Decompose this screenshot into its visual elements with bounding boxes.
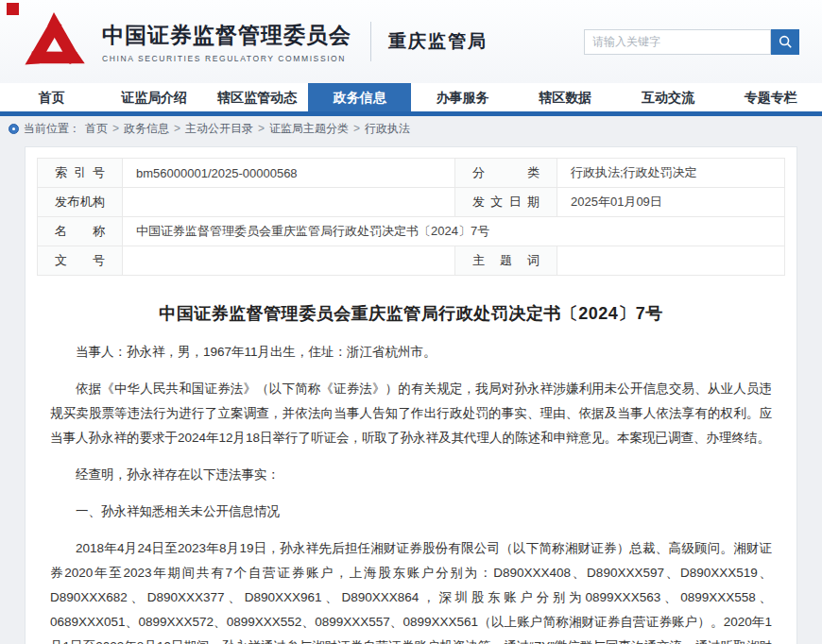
breadcrumb-item-administrative-enforcement[interactable]: 行政执法 — [365, 121, 410, 137]
nav-item-home[interactable]: 首页 — [0, 83, 103, 111]
search-icon — [778, 34, 793, 49]
search-button[interactable] — [771, 29, 799, 55]
meta-value-index-number: bm56000001/2025-00000568 — [123, 159, 455, 188]
meta-label-name: 名 称 — [38, 217, 123, 246]
meta-value-issuing-agency — [123, 188, 455, 217]
meta-value-subject-words — [557, 246, 785, 276]
meta-value-issue-date: 2025年01月09日 — [557, 188, 785, 217]
meta-label-issue-date: 发文日期 — [455, 188, 557, 217]
meta-row-docno-subject: 文 号 主 题 词 — [38, 246, 785, 276]
breadcrumb-item-topic-category[interactable]: 证监局主题分类 — [269, 121, 349, 137]
nav-item-special-topics[interactable]: 专题专栏 — [719, 83, 822, 111]
bureau-name: 重庆监管局 — [388, 29, 488, 54]
nav-item-bureau-intro[interactable]: 证监局介绍 — [103, 83, 206, 111]
nav-item-services[interactable]: 办事服务 — [411, 83, 514, 111]
paragraph-findings-intro: 经查明，孙永祥存在以下违法事实： — [50, 463, 772, 487]
meta-row-issuer-date: 发布机构 发文日期 2025年01月09日 — [38, 188, 785, 217]
nav-item-government-info[interactable]: 政务信息 — [308, 83, 411, 111]
csrc-logo-icon — [15, 8, 93, 79]
breadcrumb-item-disclosure-catalog[interactable]: 主动公开目录 — [185, 121, 253, 137]
nav-item-regional-data[interactable]: 辖区数据 — [514, 83, 617, 111]
header-divider — [370, 22, 371, 61]
location-pin-icon — [9, 124, 19, 134]
nav-item-regional-supervision[interactable]: 辖区监管动态 — [206, 83, 309, 111]
org-name-en: CHINA SECURITIES REGULATORY COMMISSION — [102, 54, 351, 63]
breadcrumb-item-home[interactable]: 首页 — [85, 121, 108, 137]
breadcrumb-prefix: 当前位置： — [24, 121, 80, 137]
org-name-block: 中国证券监督管理委员会 CHINA SECURITIES REGULATORY … — [102, 21, 351, 63]
section-heading-one: 一、孙永祥知悉相关未公开信息情况 — [50, 500, 772, 524]
meta-value-name: 中国证券监督管理委员会重庆监管局行政处罚决定书〔2024〕7号 — [123, 217, 785, 246]
penalty-decision-document: 中国证券监督管理委员会重庆监管局行政处罚决定书〔2024〕7号 当事人：孙永祥，… — [37, 302, 785, 644]
corner-red-mark — [7, 3, 19, 15]
meta-label-index-number: 索 引 号 — [38, 159, 123, 188]
paragraph-account-details: 2018年4月24日至2023年8月19日，孙永祥先后担任湘财证券股份有限公司（… — [50, 536, 772, 644]
meta-label-document-number: 文 号 — [38, 246, 123, 276]
search-area — [584, 29, 799, 55]
meta-label-category: 分 类 — [455, 159, 557, 188]
org-name-cn: 中国证券监督管理委员会 — [102, 21, 351, 50]
content-card: 索 引 号 bm56000001/2025-00000568 分 类 行政执法;… — [25, 146, 797, 644]
meta-row-name: 名 称 中国证券监督管理委员会重庆监管局行政处罚决定书〔2024〕7号 — [38, 217, 785, 246]
nav-item-interaction[interactable]: 互动交流 — [617, 83, 720, 111]
breadcrumb-separator: > — [174, 122, 180, 135]
breadcrumb-separator: > — [353, 122, 360, 135]
breadcrumb-item-government-info[interactable]: 政务信息 — [124, 121, 169, 137]
site-header: 中国证券监督管理委员会 CHINA SECURITIES REGULATORY … — [0, 0, 822, 83]
breadcrumb-separator: > — [258, 122, 265, 135]
paragraph-party-info: 当事人：孙永祥，男，1967年11月出生，住址：浙江省杭州市。 — [50, 340, 772, 364]
document-title: 中国证券监督管理委员会重庆监管局行政处罚决定书〔2024〕7号 — [50, 302, 772, 325]
paragraph-legal-basis: 依据《中华人民共和国证券法》（以下简称《证券法》）的有关规定，我局对孙永祥涉嫌利… — [50, 377, 772, 450]
meta-label-issuing-agency: 发布机构 — [38, 188, 123, 217]
main-nav: 首页 证监局介绍 辖区监管动态 政务信息 办事服务 辖区数据 互动交流 专题专栏 — [0, 83, 822, 116]
meta-value-category: 行政执法;行政处罚决定 — [557, 159, 785, 188]
meta-row-index-category: 索 引 号 bm56000001/2025-00000568 分 类 行政执法;… — [38, 159, 785, 188]
breadcrumb: 当前位置： 首页 > 政务信息 > 主动公开目录 > 证监局主题分类 > 行政执… — [0, 116, 822, 141]
breadcrumb-separator: > — [112, 122, 119, 135]
search-input[interactable] — [584, 29, 771, 55]
meta-value-document-number — [123, 246, 455, 276]
meta-label-subject-words: 主 题 词 — [455, 246, 557, 276]
document-meta-table: 索 引 号 bm56000001/2025-00000568 分 类 行政执法;… — [37, 158, 785, 276]
